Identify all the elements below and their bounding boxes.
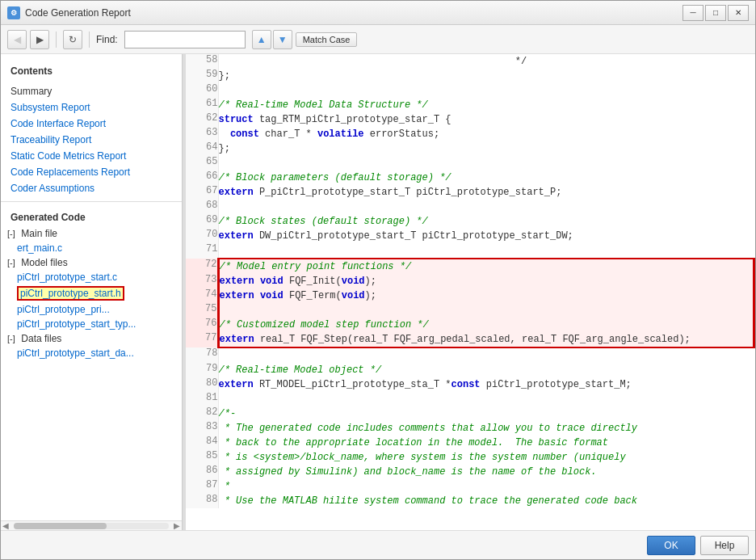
table-row: 82/*- [186, 406, 754, 421]
sidebar-item-traceability[interactable]: Traceability Report [1, 132, 182, 148]
table-row: 62struct tag_RTM_piCtrl_prototype_star_T… [186, 112, 754, 127]
sidebar: Contents Summary Subsystem Report Code I… [1, 54, 183, 530]
model-files-label-text: Model files [21, 257, 67, 268]
pictr4-link[interactable]: piCtrl_prototype_start_typ... [17, 318, 136, 330]
h-scroll-track [14, 523, 169, 529]
line-content: * Use the MATLAB hilite system command t… [218, 494, 754, 508]
line-number: 81 [186, 392, 218, 406]
sidebar-h-scrollbar[interactable]: ◀ ▶ [1, 520, 182, 530]
line-number: 70 [186, 229, 218, 243]
line-number: 64 [186, 141, 218, 156]
sidebar-scroll[interactable]: Contents Summary Subsystem Report Code I… [1, 54, 182, 520]
table-row: 88 * Use the MATLAB hilite system comman… [186, 494, 754, 508]
data-files-collapse-icon[interactable]: [-] [7, 334, 19, 343]
line-content [218, 392, 754, 406]
line-content: * assigned by Simulink) and block_name i… [218, 465, 754, 479]
line-number: 78 [186, 347, 218, 363]
refresh-button[interactable]: ↻ [63, 30, 82, 49]
sidebar-divider-1 [1, 201, 182, 202]
app-icon: ⚙ [7, 6, 20, 19]
sidebar-item-code-interface[interactable]: Code Interface Report [1, 116, 182, 132]
sidebar-item-static-code-metrics[interactable]: Static Code Metrics Report [1, 148, 182, 164]
data-file-1: piCtrl_prototype_start_da... [1, 346, 182, 360]
data-files-section: [-] Data files [1, 331, 182, 346]
code-scroll-area[interactable]: 58 */59};60 61/* Real-time Model Data St… [186, 54, 755, 530]
line-number: 77 [186, 332, 218, 347]
h-scroll-right[interactable]: ▶ [172, 521, 182, 530]
sidebar-item-summary[interactable]: Summary [1, 83, 182, 99]
match-case-button[interactable]: Match Case [296, 32, 358, 47]
line-content: /* Model entry point functions */ [218, 259, 754, 274]
line-number: 61 [186, 98, 218, 112]
table-row: 74extern void FQF_Term(void); [186, 288, 754, 303]
pictr-da-link[interactable]: piCtrl_prototype_start_da... [17, 347, 134, 359]
line-content: extern void FQF_Init(void); [218, 274, 754, 288]
line-number: 66 [186, 171, 218, 185]
line-number: 85 [186, 450, 218, 465]
pictr3-link[interactable]: piCtrl_prototype_pri... [17, 304, 110, 315]
table-row: 87 * [186, 479, 754, 494]
model-file-1: piCtrl_prototype_start.c [1, 270, 182, 284]
back-button[interactable]: ◀ [7, 30, 27, 49]
window-controls: ─ □ ✕ [682, 5, 749, 21]
model-file-4: piCtrl_prototype_start_typ... [1, 317, 182, 331]
line-content: /* Customized model step function */ [218, 318, 754, 332]
line-content [218, 200, 754, 214]
find-prev-button[interactable]: ▲ [252, 30, 271, 49]
line-content: extern RT_MODEL_piCtrl_prototype_sta_T *… [218, 377, 754, 392]
line-content: * back to the appropriate location in th… [218, 436, 754, 450]
table-row: 80extern RT_MODEL_piCtrl_prototype_sta_T… [186, 377, 754, 392]
model-file-3: piCtrl_prototype_pri... [1, 302, 182, 317]
line-content: */ [218, 54, 754, 69]
line-content [218, 156, 754, 171]
table-row: 83 * The generated code includes comment… [186, 421, 754, 436]
model-files-section: [-] Model files [1, 255, 182, 270]
ok-button[interactable]: OK [647, 536, 695, 555]
line-number: 67 [186, 185, 218, 200]
line-number: 75 [186, 303, 218, 318]
line-content: extern DW_piCtrl_prototype_start_T piCtr… [218, 229, 754, 243]
line-content: /* Block states (default storage) */ [218, 214, 754, 229]
find-next-button[interactable]: ▼ [273, 30, 292, 49]
ert-main-link[interactable]: ert_main.c [17, 242, 62, 254]
find-input[interactable] [124, 31, 246, 48]
window-title: Code Generation Report [25, 7, 682, 19]
sidebar-item-code-replacements[interactable]: Code Replacements Report [1, 164, 182, 180]
sidebar-item-subsystem-report[interactable]: Subsystem Report [1, 99, 182, 116]
table-row: 60 [186, 83, 754, 98]
line-number: 87 [186, 479, 218, 494]
line-content: /* Block parameters (default storage) */ [218, 171, 754, 185]
main-file-collapse-icon[interactable]: [-] [7, 229, 19, 238]
find-label: Find: [96, 34, 118, 45]
table-row: 77extern real_T FQF_Step(real_T FQF_arg_… [186, 332, 754, 347]
line-content: }; [218, 69, 754, 83]
main-content: Contents Summary Subsystem Report Code I… [1, 54, 755, 530]
line-number: 62 [186, 112, 218, 127]
forward-button[interactable]: ▶ [30, 30, 49, 49]
table-row: 70extern DW_piCtrl_prototype_start_T piC… [186, 229, 754, 243]
table-row: 76/* Customized model step function */ [186, 318, 754, 332]
line-content: /* Real-time Model Data Structure */ [218, 98, 754, 112]
main-window: ⚙ Code Generation Report ─ □ ✕ ◀ ▶ ↻ Fin… [0, 0, 756, 560]
model-files-collapse-icon[interactable]: [-] [7, 258, 19, 267]
help-button[interactable]: Help [700, 536, 749, 555]
pictr2-link[interactable]: piCtrl_prototype_start.h [17, 286, 124, 301]
h-scroll-left[interactable]: ◀ [1, 521, 10, 530]
minimize-button[interactable]: ─ [682, 5, 704, 21]
title-bar: ⚙ Code Generation Report ─ □ ✕ [1, 1, 755, 25]
main-file-label-text: Main file [21, 228, 57, 239]
sidebar-item-coder-assumptions[interactable]: Coder Assumptions [1, 180, 182, 196]
pictr1-link[interactable]: piCtrl_prototype_start.c [17, 272, 117, 283]
line-content: extern void FQF_Term(void); [218, 288, 754, 303]
table-row: 64}; [186, 141, 754, 156]
close-button[interactable]: ✕ [728, 5, 749, 21]
line-number: 79 [186, 363, 218, 377]
table-row: 65 [186, 156, 754, 171]
toolbar-separator-2 [89, 32, 90, 48]
toolbar-separator-1 [56, 32, 57, 48]
table-row: 66/* Block parameters (default storage) … [186, 171, 754, 185]
line-content: struct tag_RTM_piCtrl_prototype_star_T { [218, 112, 754, 127]
generated-code-title: Generated Code [1, 207, 182, 226]
maximize-button[interactable]: □ [705, 5, 726, 21]
data-files-label-text: Data files [21, 333, 61, 344]
